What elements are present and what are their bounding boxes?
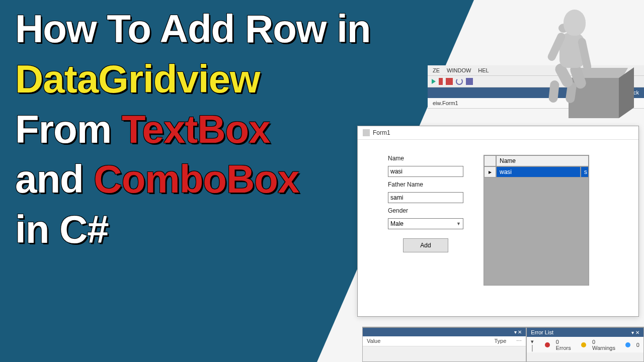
filter-dropdown-icon[interactable]: ▾ │ xyxy=(531,338,539,351)
name-input[interactable] xyxy=(388,166,463,177)
cell-edge: s xyxy=(581,166,589,177)
stop-icon[interactable] xyxy=(446,78,453,85)
thinker-figurine xyxy=(523,3,634,118)
error-filters: ▾ │ 0 Errors 0 Warnings 0 xyxy=(527,337,643,352)
error-icon xyxy=(545,342,550,347)
datagridview[interactable]: Name ▸ wasi s xyxy=(484,155,589,286)
row-indicator: ▸ xyxy=(484,166,496,177)
title-line-4: and ComboBox xyxy=(15,154,371,205)
father-name-input[interactable] xyxy=(388,192,463,203)
datagrid-header: Name xyxy=(484,155,589,166)
add-button[interactable]: Add xyxy=(403,238,448,252)
warning-icon xyxy=(581,342,586,347)
form1-title: Form1 xyxy=(373,129,390,136)
form1-titlebar[interactable]: Form1 xyxy=(358,126,638,140)
errors-count[interactable]: 0 Errors xyxy=(556,339,575,351)
menu-item-window[interactable]: WINDOW xyxy=(447,67,471,73)
father-name-label: Father Name xyxy=(388,181,463,188)
gender-label: Gender xyxy=(388,207,463,214)
watch-columns: Value Type ⋯ xyxy=(363,336,526,346)
chevron-down-icon: ▼ xyxy=(456,221,461,226)
watch-more-icon[interactable]: ⋯ xyxy=(516,338,522,344)
pause-icon[interactable] xyxy=(439,78,443,85)
step-icon[interactable] xyxy=(466,78,473,85)
error-list-panel: Error List ▾ ✕ ▾ │ 0 Errors 0 Warnings 0 xyxy=(526,327,644,362)
mannequin xyxy=(528,3,604,98)
pin-icon[interactable]: ▾ ✕ xyxy=(631,330,639,335)
messages-count[interactable]: 0 xyxy=(636,342,639,348)
cell-name[interactable]: wasi xyxy=(496,166,581,177)
title-line-1: How To Add Row in xyxy=(15,4,371,54)
title-line-3: From TextBox xyxy=(15,105,371,155)
gender-combobox[interactable]: Male ▼ xyxy=(388,218,463,229)
title-line-5: in C# xyxy=(15,205,371,255)
menu-item[interactable]: ZE xyxy=(433,67,440,73)
row-header-corner xyxy=(484,155,496,166)
message-icon xyxy=(625,342,630,347)
warnings-count[interactable]: 0 Warnings xyxy=(592,339,619,351)
watch-panel: ▾ ✕ Value Type ⋯ xyxy=(362,327,526,362)
name-label: Name xyxy=(388,155,463,162)
play-icon[interactable] xyxy=(432,79,436,84)
thumbnail-title: How To Add Row in DataGridview From Text… xyxy=(15,4,371,255)
pin-icon[interactable]: ▾ ✕ xyxy=(514,329,522,335)
watch-panel-title[interactable]: ▾ ✕ xyxy=(363,328,526,336)
title-line-2: DataGridview xyxy=(15,54,371,105)
table-row[interactable]: ▸ wasi s xyxy=(484,166,589,177)
watch-col-type: Type xyxy=(494,338,506,344)
watch-col-value: Value xyxy=(367,338,484,344)
restart-icon[interactable] xyxy=(456,78,463,85)
gender-selected-value: Male xyxy=(390,220,404,227)
form1-window: Form1 Name Father Name Gender Male ▼ Add… xyxy=(357,126,639,317)
form-inputs-panel: Name Father Name Gender Male ▼ Add xyxy=(388,155,463,286)
bottom-tool-windows: ▾ ✕ Value Type ⋯ Error List ▾ ✕ ▾ │ 0 Er… xyxy=(362,327,644,362)
column-header-name[interactable]: Name xyxy=(496,155,589,166)
error-list-title[interactable]: Error List ▾ ✕ xyxy=(527,328,643,337)
menu-item-help[interactable]: HEL xyxy=(478,67,489,73)
